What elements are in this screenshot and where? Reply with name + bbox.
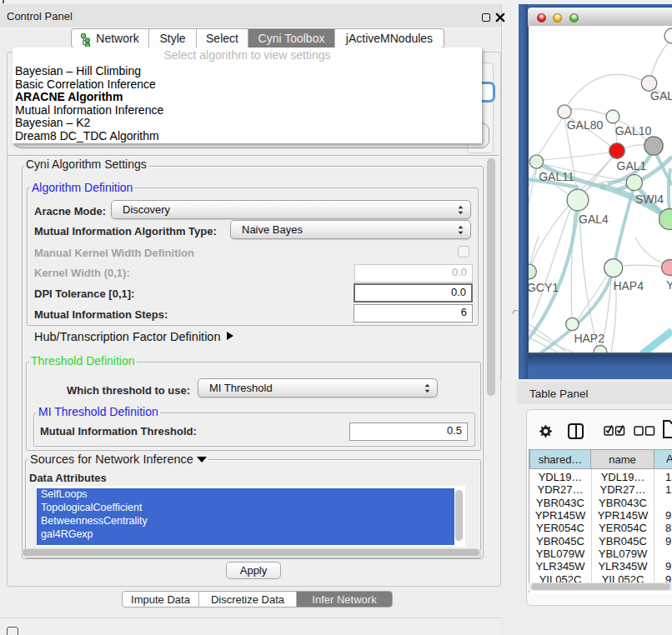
svg-text:GAL: GAL [650, 89, 672, 102]
svg-text:GAL10: GAL10 [615, 124, 652, 138]
svg-text:GAL11: GAL11 [539, 170, 574, 183]
svg-text:SWI4: SWI4 [635, 192, 664, 206]
svg-text:HAP2: HAP2 [574, 332, 604, 345]
svg-text:HAP4: HAP4 [613, 279, 644, 292]
svg-text:GAL4: GAL4 [579, 212, 609, 226]
svg-text:Y: Y [666, 278, 672, 292]
svg-text:GCY1: GCY1 [529, 281, 559, 294]
svg-text:GAL1: GAL1 [617, 159, 647, 172]
svg-text:GAL80: GAL80 [567, 118, 604, 132]
